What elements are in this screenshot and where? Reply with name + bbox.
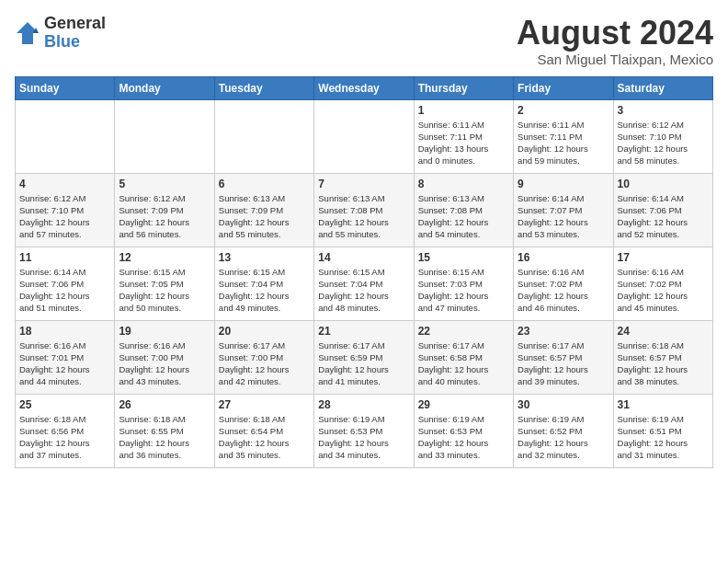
header-day-saturday: Saturday: [613, 76, 712, 99]
cell-date-number: 3: [618, 104, 709, 117]
cell-date-number: 9: [518, 178, 609, 190]
cell-info: Sunrise: 6:11 AM Sunset: 7:11 PM Dayligh…: [418, 119, 509, 167]
cell-info: Sunrise: 6:15 AM Sunset: 7:04 PM Dayligh…: [318, 266, 409, 315]
calendar-cell: 2Sunrise: 6:11 AM Sunset: 7:11 PM Daylig…: [514, 99, 613, 173]
calendar-cell: 26Sunrise: 6:18 AM Sunset: 6:55 PM Dayli…: [115, 394, 214, 467]
calendar-cell: 21Sunrise: 6:17 AM Sunset: 6:59 PM Dayli…: [314, 320, 414, 394]
calendar-cell: 11Sunrise: 6:14 AM Sunset: 7:06 PM Dayli…: [16, 247, 115, 320]
header-day-thursday: Thursday: [414, 76, 513, 99]
cell-info: Sunrise: 6:17 AM Sunset: 6:58 PM Dayligh…: [418, 339, 509, 388]
cell-info: Sunrise: 6:11 AM Sunset: 7:11 PM Dayligh…: [518, 119, 609, 167]
header-day-tuesday: Tuesday: [214, 76, 313, 99]
cell-date-number: 4: [19, 178, 110, 190]
calendar-cell: 4Sunrise: 6:12 AM Sunset: 7:10 PM Daylig…: [16, 173, 115, 247]
cell-info: Sunrise: 6:12 AM Sunset: 7:09 PM Dayligh…: [119, 192, 210, 241]
cell-info: Sunrise: 6:18 AM Sunset: 6:55 PM Dayligh…: [119, 413, 210, 462]
calendar-cell: 14Sunrise: 6:15 AM Sunset: 7:04 PM Dayli…: [314, 247, 414, 320]
logo-blue: Blue: [44, 33, 106, 52]
calendar-header: SundayMondayTuesdayWednesdayThursdayFrid…: [16, 76, 713, 99]
cell-info: Sunrise: 6:19 AM Sunset: 6:52 PM Dayligh…: [518, 413, 609, 462]
cell-info: Sunrise: 6:15 AM Sunset: 7:04 PM Dayligh…: [219, 266, 310, 315]
week-row-3: 11Sunrise: 6:14 AM Sunset: 7:06 PM Dayli…: [16, 247, 713, 320]
header-row: SundayMondayTuesdayWednesdayThursdayFrid…: [16, 76, 713, 99]
cell-date-number: 17: [618, 251, 709, 264]
cell-info: Sunrise: 6:17 AM Sunset: 7:00 PM Dayligh…: [219, 339, 310, 388]
cell-info: Sunrise: 6:19 AM Sunset: 6:51 PM Dayligh…: [618, 413, 709, 462]
cell-info: Sunrise: 6:18 AM Sunset: 6:56 PM Dayligh…: [19, 413, 110, 462]
calendar-cell: 9Sunrise: 6:14 AM Sunset: 7:07 PM Daylig…: [514, 173, 613, 247]
cell-date-number: 18: [19, 325, 110, 338]
cell-date-number: 29: [418, 398, 509, 411]
cell-date-number: 24: [618, 325, 709, 338]
calendar-cell: 19Sunrise: 6:16 AM Sunset: 7:00 PM Dayli…: [115, 320, 214, 394]
cell-info: Sunrise: 6:14 AM Sunset: 7:06 PM Dayligh…: [19, 266, 110, 315]
cell-info: Sunrise: 6:19 AM Sunset: 6:53 PM Dayligh…: [318, 413, 409, 462]
cell-date-number: 1: [418, 104, 509, 117]
cell-date-number: 19: [119, 325, 210, 338]
cell-date-number: 13: [219, 251, 310, 264]
month-year: August 2024: [517, 15, 713, 52]
cell-info: Sunrise: 6:14 AM Sunset: 7:07 PM Dayligh…: [518, 192, 609, 241]
cell-date-number: 26: [119, 398, 210, 411]
cell-info: Sunrise: 6:15 AM Sunset: 7:03 PM Dayligh…: [418, 266, 509, 315]
calendar-cell: 27Sunrise: 6:18 AM Sunset: 6:54 PM Dayli…: [214, 394, 313, 467]
cell-date-number: 30: [518, 398, 609, 411]
calendar-cell: 8Sunrise: 6:13 AM Sunset: 7:08 PM Daylig…: [414, 173, 513, 247]
cell-date-number: 12: [119, 251, 210, 264]
cell-info: Sunrise: 6:13 AM Sunset: 7:09 PM Dayligh…: [219, 192, 310, 241]
cell-date-number: 7: [318, 178, 409, 190]
cell-info: Sunrise: 6:12 AM Sunset: 7:10 PM Dayligh…: [19, 192, 110, 241]
header-day-wednesday: Wednesday: [314, 76, 414, 99]
logo-general: General: [44, 15, 106, 33]
cell-date-number: 11: [19, 251, 110, 264]
cell-info: Sunrise: 6:19 AM Sunset: 6:53 PM Dayligh…: [418, 413, 509, 462]
cell-date-number: 31: [618, 398, 709, 411]
calendar-cell: [115, 99, 214, 173]
calendar-body: 1Sunrise: 6:11 AM Sunset: 7:11 PM Daylig…: [16, 99, 713, 467]
calendar-cell: 7Sunrise: 6:13 AM Sunset: 7:08 PM Daylig…: [314, 173, 414, 247]
cell-date-number: 21: [318, 325, 409, 338]
cell-info: Sunrise: 6:13 AM Sunset: 7:08 PM Dayligh…: [418, 192, 509, 241]
calendar-cell: 31Sunrise: 6:19 AM Sunset: 6:51 PM Dayli…: [613, 394, 712, 467]
calendar-cell: 12Sunrise: 6:15 AM Sunset: 7:05 PM Dayli…: [115, 247, 214, 320]
header-day-sunday: Sunday: [16, 76, 115, 99]
cell-date-number: 28: [318, 398, 409, 411]
cell-date-number: 23: [518, 325, 609, 338]
calendar-cell: 25Sunrise: 6:18 AM Sunset: 6:56 PM Dayli…: [16, 394, 115, 467]
week-row-2: 4Sunrise: 6:12 AM Sunset: 7:10 PM Daylig…: [16, 173, 713, 247]
calendar-cell: 15Sunrise: 6:15 AM Sunset: 7:03 PM Dayli…: [414, 247, 513, 320]
calendar-cell: [16, 99, 115, 173]
calendar-cell: 13Sunrise: 6:15 AM Sunset: 7:04 PM Dayli…: [214, 247, 313, 320]
calendar-cell: 1Sunrise: 6:11 AM Sunset: 7:11 PM Daylig…: [414, 99, 513, 173]
page-header: General Blue August 2024 San Miguel Tlai…: [15, 15, 713, 67]
calendar-cell: 28Sunrise: 6:19 AM Sunset: 6:53 PM Dayli…: [314, 394, 414, 467]
calendar-cell: 29Sunrise: 6:19 AM Sunset: 6:53 PM Dayli…: [414, 394, 513, 467]
cell-date-number: 16: [518, 251, 609, 264]
calendar-cell: 3Sunrise: 6:12 AM Sunset: 7:10 PM Daylig…: [613, 99, 712, 173]
cell-date-number: 6: [219, 178, 310, 190]
cell-date-number: 20: [219, 325, 310, 338]
calendar-cell: 22Sunrise: 6:17 AM Sunset: 6:58 PM Dayli…: [414, 320, 513, 394]
cell-date-number: 5: [119, 178, 210, 190]
title-block: August 2024 San Miguel Tlaixpan, Mexico: [517, 15, 713, 67]
calendar-cell: 23Sunrise: 6:17 AM Sunset: 6:57 PM Dayli…: [514, 320, 613, 394]
cell-date-number: 10: [618, 178, 709, 190]
logo-icon: [15, 20, 40, 46]
cell-date-number: 15: [418, 251, 509, 264]
calendar-table: SundayMondayTuesdayWednesdayThursdayFrid…: [15, 76, 713, 468]
week-row-1: 1Sunrise: 6:11 AM Sunset: 7:11 PM Daylig…: [16, 99, 713, 173]
logo: General Blue: [15, 15, 106, 52]
cell-info: Sunrise: 6:16 AM Sunset: 7:01 PM Dayligh…: [19, 339, 110, 388]
header-day-monday: Monday: [115, 76, 214, 99]
cell-info: Sunrise: 6:16 AM Sunset: 7:02 PM Dayligh…: [618, 266, 709, 315]
cell-info: Sunrise: 6:13 AM Sunset: 7:08 PM Dayligh…: [318, 192, 409, 241]
cell-info: Sunrise: 6:17 AM Sunset: 6:57 PM Dayligh…: [518, 339, 609, 388]
calendar-cell: 18Sunrise: 6:16 AM Sunset: 7:01 PM Dayli…: [16, 320, 115, 394]
calendar-cell: 5Sunrise: 6:12 AM Sunset: 7:09 PM Daylig…: [115, 173, 214, 247]
logo-text: General Blue: [44, 15, 106, 52]
cell-date-number: 14: [318, 251, 409, 264]
calendar-cell: [214, 99, 313, 173]
cell-date-number: 22: [418, 325, 509, 338]
cell-info: Sunrise: 6:16 AM Sunset: 7:00 PM Dayligh…: [119, 339, 210, 388]
cell-info: Sunrise: 6:18 AM Sunset: 6:57 PM Dayligh…: [618, 339, 709, 388]
